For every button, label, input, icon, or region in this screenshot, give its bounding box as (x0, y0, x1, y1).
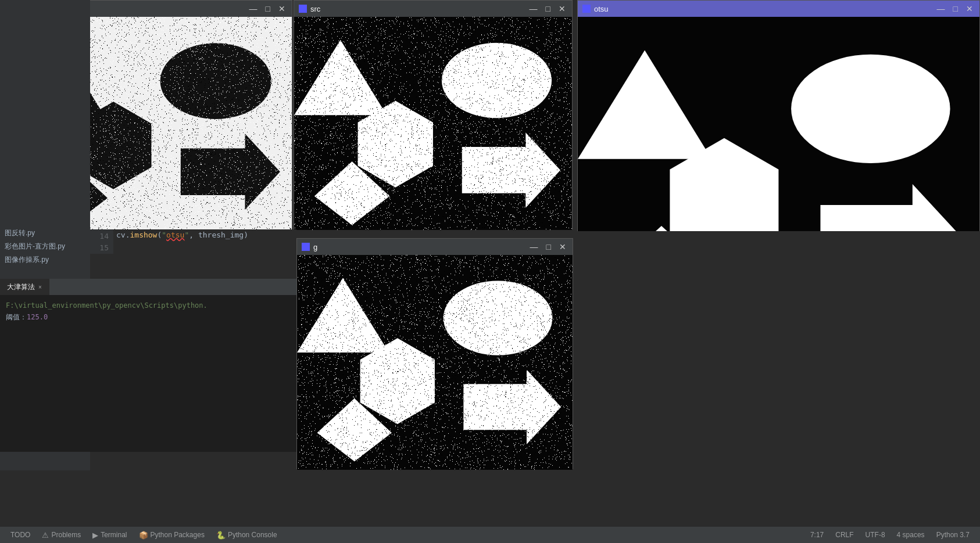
cv-title-otsu: otsu (594, 5, 609, 13)
maximize-btn-src[interactable]: □ (544, 4, 552, 13)
line-numbers: 14 15 (90, 229, 113, 254)
todo-label: TODO (10, 531, 30, 539)
terminal-path: F:\virtual_environment\py_opencv\Scripts… (6, 300, 291, 311)
close-btn-g[interactable]: ✕ (557, 242, 568, 251)
status-charset[interactable]: UTF-8 (860, 531, 891, 539)
line-num-15: 15 (90, 242, 109, 254)
terminal-area[interactable]: F:\virtual_environment\py_opencv\Scripts… (0, 295, 296, 452)
cv-window-otsu[interactable]: otsu — □ ✕ (577, 0, 980, 231)
python-console-icon: 🐍 (216, 531, 226, 540)
cv-buttons-g: — □ ✕ (528, 242, 568, 251)
cv-window-src[interactable]: src — □ ✕ (294, 0, 573, 229)
cv-titlebar-otsu: otsu — □ ✕ (578, 1, 979, 17)
python-packages-label: Python Packages (151, 531, 205, 539)
charset-label: UTF-8 (865, 531, 885, 539)
cv-title-src: src (310, 5, 320, 13)
maximize-btn-g[interactable]: □ (545, 242, 553, 251)
cv-buttons-src: — □ ✕ (528, 4, 567, 13)
minimize-btn-normal[interactable]: — (248, 4, 259, 13)
minimize-btn-src[interactable]: — (528, 4, 539, 13)
cv-icon-otsu (582, 5, 591, 13)
terminal-output: F:\virtual_environment\py_opencv\Scripts… (6, 300, 291, 323)
maximize-btn-normal[interactable]: □ (264, 4, 272, 13)
line-num-14: 14 (90, 231, 109, 242)
status-right: 7:17 CRLF UTF-8 4 spaces Python 3.7 (804, 531, 975, 539)
status-terminal[interactable]: ▶ Terminal (87, 527, 133, 543)
maximize-btn-otsu[interactable]: □ (952, 4, 960, 13)
tab-bar: 大津算法 × (0, 279, 296, 295)
minimize-btn-otsu[interactable]: — (935, 4, 947, 13)
crlf-label: CRLF (835, 531, 853, 539)
cv-buttons-normal: — □ ✕ (248, 4, 287, 13)
tab-dajin[interactable]: 大津算法 × (0, 279, 49, 295)
status-bar: TODO ⚠ Problems ▶ Terminal 📦 Python Pack… (0, 527, 980, 543)
status-python-version: Python 3.7 (931, 531, 975, 539)
cv-titlebar-src: src — □ ✕ (294, 1, 572, 17)
status-crlf[interactable]: CRLF (829, 531, 859, 539)
python-packages-icon: 📦 (139, 531, 148, 540)
editor-area: 14 15 cv.imshow("otsu", thresh_img) (90, 229, 296, 282)
cv-buttons-otsu: — □ ✕ (935, 4, 975, 13)
close-btn-src[interactable]: ✕ (557, 4, 567, 13)
python-version-label: Python 3.7 (936, 531, 970, 539)
terminal-icon: ▶ (92, 531, 98, 540)
sidebar-item-2[interactable]: 图像作操系.py (0, 253, 90, 267)
sidebar-item-1[interactable]: 彩色图片-直方图.py (0, 240, 90, 253)
status-python-console[interactable]: 🐍 Python Console (210, 527, 283, 543)
status-indent[interactable]: 4 spaces (891, 531, 931, 539)
terminal-threshold: 阈值：125.0 (6, 311, 291, 323)
minimize-btn-g[interactable]: — (528, 242, 540, 251)
code-line-14: cv.imshow("otsu", thresh_img) (116, 231, 248, 239)
sidebar-item-0[interactable]: 图反转.py (0, 226, 90, 240)
tab-label: 大津算法 (7, 282, 35, 292)
python-console-label: Python Console (228, 531, 277, 539)
status-todo[interactable]: TODO (5, 527, 36, 543)
status-python-packages[interactable]: 📦 Python Packages (133, 527, 210, 543)
status-time: 7:17 (804, 531, 829, 539)
problems-label: Problems (51, 531, 81, 539)
right-panel (573, 231, 980, 452)
time-label: 7:17 (810, 531, 824, 539)
cv-titlebar-g: g — □ ✕ (297, 239, 573, 255)
problems-icon: ⚠ (42, 531, 49, 540)
close-btn-otsu[interactable]: ✕ (964, 4, 975, 13)
close-btn-normal[interactable]: ✕ (277, 4, 287, 13)
cv-window-g[interactable]: g — □ ✕ (296, 238, 573, 469)
status-problems[interactable]: ⚠ Problems (36, 527, 87, 543)
tab-close-btn[interactable]: × (38, 284, 42, 290)
cv-icon-g (302, 243, 310, 251)
cv-icon-src (299, 5, 307, 13)
cv-title-g: g (313, 243, 317, 251)
indent-label: 4 spaces (897, 531, 925, 539)
cv-canvas-src (294, 17, 572, 230)
cv-canvas-otsu (578, 17, 979, 232)
terminal-label: Terminal (101, 531, 127, 539)
cv-canvas-g (297, 255, 573, 470)
